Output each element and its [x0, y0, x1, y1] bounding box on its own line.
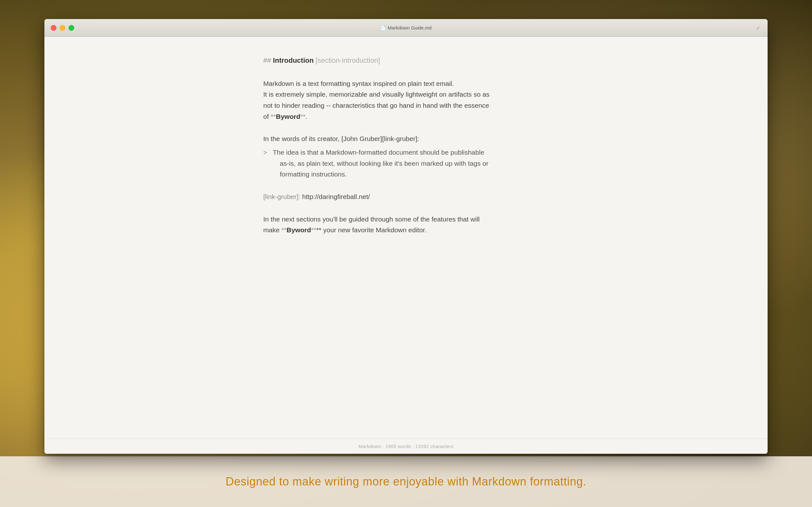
para1-line3: not to hinder reading -- characteristics…: [263, 102, 489, 109]
para3-star1: **: [281, 226, 287, 233]
para3-make: make: [263, 226, 281, 233]
para3-star2: **: [311, 226, 316, 233]
heading-anchor: [section-introduction]: [316, 56, 380, 64]
para1-star1: **: [270, 113, 275, 120]
para3-rest: ** your new favorite Markdown editor.: [316, 226, 426, 233]
app-window: 📄 Markdown Guide.md ⤢ ## Introduction [s…: [44, 19, 768, 454]
paragraph-intro: Markdown is a text formatting syntax ins…: [263, 78, 549, 122]
para1-period: .: [305, 113, 307, 120]
heading-hash: ##: [263, 56, 271, 64]
blockquote: > The idea is that a Markdown-formatted …: [263, 147, 549, 180]
paragraph-closing: In the next sections you'll be guided th…: [263, 214, 549, 236]
heading-title: Introduction: [273, 56, 314, 64]
statusbar-text: Markdown · 1905 words · 13262 characters: [358, 444, 454, 449]
quote-text-line2: as-is, as plain text, without looking li…: [280, 160, 489, 167]
link-ref-url: http://daringfireball.net/: [302, 193, 370, 200]
para1-of: of: [263, 113, 270, 120]
statusbar: Markdown · 1905 words · 13262 characters: [44, 439, 768, 454]
window-title: 📄 Markdown Guide.md: [380, 25, 432, 31]
maximize-button[interactable]: [68, 25, 74, 31]
editor-content[interactable]: ## Introduction [section-introduction] M…: [44, 37, 768, 439]
close-button[interactable]: [51, 25, 56, 31]
bottom-bar: Designed to make writing more enjoyable …: [0, 456, 812, 507]
link-reference: [link-gruber]: http://daringfireball.net…: [263, 191, 549, 203]
traffic-lights: [51, 25, 74, 31]
para3-line1: In the next sections you'll be guided th…: [263, 216, 479, 223]
quote-line3: formatting instructions.: [263, 169, 549, 180]
para1-star2: **: [300, 113, 305, 120]
bottom-tagline: Designed to make writing more enjoyable …: [225, 475, 586, 488]
section-heading: ## Introduction [section-introduction]: [263, 56, 549, 66]
minimize-button[interactable]: [60, 25, 65, 31]
para1-byword: Byword: [276, 113, 300, 120]
quote-line1: > The idea is that a Markdown-formatted …: [263, 147, 549, 158]
window-title-text: Markdown Guide.md: [388, 25, 432, 31]
quote-text-line3: formatting instructions.: [280, 170, 347, 178]
para3-byword: Byword: [287, 226, 311, 233]
content-inner: ## Introduction [section-introduction] M…: [263, 56, 549, 236]
para2-text: In the words of its creator, [John Grube…: [263, 135, 419, 142]
para1-line1: Markdown is a text formatting syntax ins…: [263, 80, 454, 87]
quote-line2: as-is, as plain text, without looking li…: [263, 158, 549, 169]
document-icon: 📄: [380, 25, 386, 31]
expand-button[interactable]: ⤢: [755, 25, 761, 31]
quote-text-line1: The idea is that a Markdown-formatted do…: [273, 149, 484, 156]
para1-line2: It is extremely simple, memorizable and …: [263, 91, 490, 98]
quote-marker: >: [263, 147, 267, 158]
titlebar: 📄 Markdown Guide.md ⤢: [44, 19, 768, 37]
paragraph-creator-intro: In the words of its creator, [John Grube…: [263, 133, 549, 145]
link-ref-label: [link-gruber]:: [263, 193, 300, 200]
